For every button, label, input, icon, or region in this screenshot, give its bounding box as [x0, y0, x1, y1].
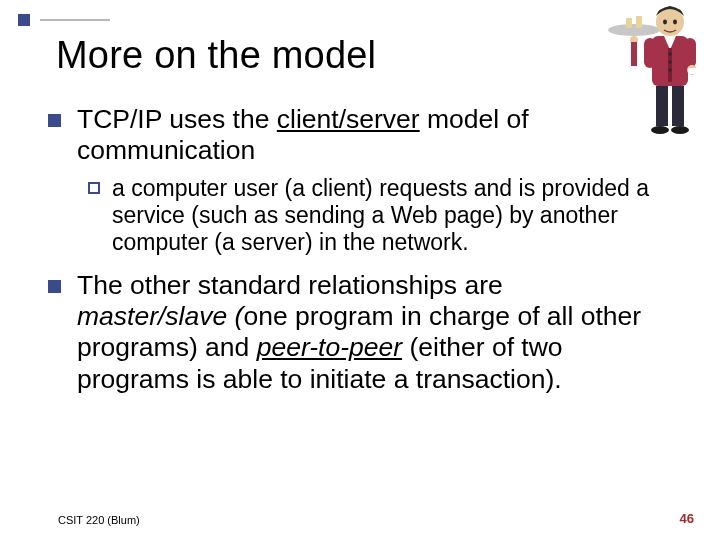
- text-underlined: client/server: [277, 104, 420, 134]
- slide-title: More on the model: [56, 34, 376, 77]
- slide-number: 46: [680, 511, 694, 526]
- footer-course: CSIT 220 (Blum): [58, 514, 140, 526]
- svg-point-6: [663, 20, 667, 25]
- text-segment: The other standard relationships are: [77, 270, 503, 300]
- svg-rect-14: [684, 38, 696, 68]
- svg-point-11: [668, 60, 671, 63]
- square-bullet-icon: [48, 280, 61, 293]
- svg-point-20: [671, 126, 689, 134]
- svg-rect-16: [688, 68, 700, 74]
- bullet-text: a computer user (a client) requests and …: [112, 175, 660, 256]
- svg-rect-4: [631, 42, 637, 66]
- svg-point-12: [668, 68, 671, 71]
- svg-rect-18: [672, 86, 684, 126]
- svg-rect-2: [636, 16, 642, 28]
- square-bullet-icon: [48, 114, 61, 127]
- bullet-level1: The other standard relationships are mas…: [48, 270, 660, 395]
- bullet-level1: TCP/IP uses the client/server model of c…: [48, 104, 660, 167]
- bullet-level2: a computer user (a client) requests and …: [88, 175, 660, 256]
- bullet-text: The other standard relationships are mas…: [77, 270, 660, 395]
- svg-point-7: [673, 20, 677, 25]
- text-underlined-italic: peer-to-peer: [257, 332, 402, 362]
- text-segment: TCP/IP uses the: [77, 104, 277, 134]
- open-square-bullet-icon: [88, 182, 100, 194]
- bullet-text: TCP/IP uses the client/server model of c…: [77, 104, 660, 167]
- text-italic: master/slave (: [77, 301, 243, 331]
- svg-rect-13: [644, 38, 656, 68]
- corner-decoration: [18, 14, 108, 26]
- svg-point-10: [668, 52, 671, 55]
- svg-rect-1: [626, 18, 632, 28]
- slide-body: TCP/IP uses the client/server model of c…: [48, 104, 660, 403]
- svg-point-0: [608, 24, 660, 36]
